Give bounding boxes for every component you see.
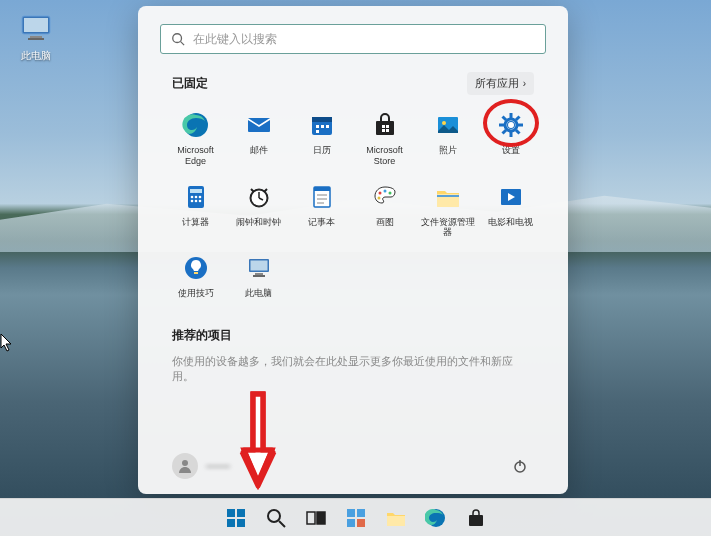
taskview-button[interactable] bbox=[299, 503, 333, 533]
svg-point-50 bbox=[383, 189, 386, 192]
desktop-icon-thispc[interactable]: 此电脑 bbox=[12, 10, 60, 63]
app-tile-mail[interactable]: 邮件 bbox=[227, 105, 290, 173]
settings-icon bbox=[497, 111, 525, 139]
svg-rect-15 bbox=[382, 125, 385, 128]
svg-rect-2 bbox=[30, 36, 42, 38]
taskbar bbox=[0, 498, 711, 536]
edge-button[interactable] bbox=[419, 503, 453, 533]
start-search-box[interactable] bbox=[160, 24, 546, 54]
app-tile-thispc[interactable]: 此电脑 bbox=[227, 248, 290, 305]
photos-icon bbox=[434, 111, 462, 139]
explorer-icon bbox=[434, 183, 462, 211]
svg-rect-54 bbox=[437, 195, 459, 197]
svg-point-35 bbox=[194, 195, 197, 198]
app-tile-explorer[interactable]: 文件资源管理器 bbox=[416, 177, 479, 245]
svg-rect-11 bbox=[321, 125, 324, 128]
alarms-icon bbox=[245, 183, 273, 211]
recommended-section: 推荐的项目 你使用的设备越多，我们就会在此处显示更多你最近使用的文件和新应用。 bbox=[160, 327, 546, 384]
svg-rect-69 bbox=[227, 519, 235, 527]
svg-rect-75 bbox=[347, 509, 355, 517]
svg-rect-22 bbox=[509, 113, 512, 118]
app-label: 画图 bbox=[376, 217, 394, 228]
search-input[interactable] bbox=[193, 32, 535, 46]
app-label: 电影和电视 bbox=[488, 217, 533, 228]
svg-rect-24 bbox=[499, 124, 504, 127]
app-tile-tips[interactable]: 使用技巧 bbox=[164, 248, 227, 305]
thispc-icon bbox=[18, 10, 54, 46]
svg-rect-10 bbox=[316, 125, 319, 128]
search-icon bbox=[171, 32, 185, 46]
svg-rect-60 bbox=[255, 273, 263, 275]
svg-point-52 bbox=[377, 196, 380, 199]
app-label: 设置 bbox=[502, 145, 520, 156]
notepad-icon bbox=[308, 183, 336, 211]
app-label: 使用技巧 bbox=[178, 288, 214, 299]
search-button[interactable] bbox=[259, 503, 293, 533]
power-button[interactable] bbox=[506, 452, 534, 480]
svg-point-38 bbox=[194, 199, 197, 202]
user-avatar-icon bbox=[172, 453, 198, 479]
svg-point-39 bbox=[198, 199, 201, 202]
app-label: 记事本 bbox=[308, 217, 335, 228]
svg-rect-74 bbox=[317, 512, 325, 524]
svg-point-20 bbox=[442, 121, 446, 125]
svg-line-72 bbox=[279, 521, 285, 527]
edge-icon bbox=[182, 111, 210, 139]
app-tile-movies[interactable]: 电影和电视 bbox=[479, 177, 542, 245]
svg-rect-70 bbox=[237, 519, 245, 527]
widgets-button[interactable] bbox=[339, 503, 373, 533]
all-apps-button[interactable]: 所有应用 › bbox=[467, 72, 534, 95]
desktop-icon-label: 此电脑 bbox=[12, 49, 60, 63]
svg-rect-13 bbox=[316, 130, 319, 133]
app-label: 文件资源管理器 bbox=[419, 217, 477, 239]
store-button[interactable] bbox=[459, 503, 493, 533]
svg-rect-68 bbox=[237, 509, 245, 517]
app-label: 此电脑 bbox=[245, 288, 272, 299]
start-footer: —— bbox=[160, 444, 546, 484]
svg-rect-12 bbox=[326, 125, 329, 128]
svg-rect-81 bbox=[469, 515, 483, 526]
app-tile-paint[interactable]: 画图 bbox=[353, 177, 416, 245]
svg-rect-73 bbox=[307, 512, 315, 524]
svg-rect-18 bbox=[386, 129, 389, 132]
app-label: 计算器 bbox=[182, 217, 209, 228]
app-label: Microsoft Store bbox=[356, 145, 414, 167]
desktop-background: 此电脑 已固定 所有应用 › Microsoft Edge邮件日历Microso… bbox=[0, 0, 711, 536]
svg-rect-33 bbox=[190, 189, 202, 193]
app-tile-store[interactable]: Microsoft Store bbox=[353, 105, 416, 173]
svg-rect-7 bbox=[248, 118, 270, 132]
svg-rect-79 bbox=[387, 516, 405, 526]
user-account-button[interactable]: —— bbox=[172, 453, 230, 479]
svg-rect-16 bbox=[386, 125, 389, 128]
app-tile-alarms[interactable]: 闹钟和时钟 bbox=[227, 177, 290, 245]
movies-icon bbox=[497, 183, 525, 211]
chevron-right-icon: › bbox=[523, 78, 526, 89]
svg-rect-57 bbox=[194, 272, 198, 274]
app-tile-calendar[interactable]: 日历 bbox=[290, 105, 353, 173]
app-label: 闹钟和时钟 bbox=[236, 217, 281, 228]
app-tile-photos[interactable]: 照片 bbox=[416, 105, 479, 173]
app-tile-settings[interactable]: 设置 bbox=[479, 105, 542, 173]
store-icon bbox=[371, 111, 399, 139]
tips-icon bbox=[182, 254, 210, 282]
svg-rect-67 bbox=[227, 509, 235, 517]
recommended-title: 推荐的项目 bbox=[172, 327, 534, 344]
app-label: Microsoft Edge bbox=[167, 145, 225, 167]
user-name-label: —— bbox=[206, 459, 230, 473]
recommended-hint: 你使用的设备越多，我们就会在此处显示更多你最近使用的文件和新应用。 bbox=[172, 354, 534, 384]
pinned-apps-grid: Microsoft Edge邮件日历Microsoft Store照片设置计算器… bbox=[160, 105, 546, 305]
app-tile-edge[interactable]: Microsoft Edge bbox=[164, 105, 227, 173]
svg-rect-61 bbox=[253, 275, 265, 277]
svg-point-71 bbox=[268, 510, 280, 522]
start-button[interactable] bbox=[219, 503, 253, 533]
app-tile-calculator[interactable]: 计算器 bbox=[164, 177, 227, 245]
svg-rect-1 bbox=[24, 18, 48, 32]
app-tile-notepad[interactable]: 记事本 bbox=[290, 177, 353, 245]
explorer-button[interactable] bbox=[379, 503, 413, 533]
svg-rect-3 bbox=[28, 38, 44, 40]
thispc-icon bbox=[245, 254, 273, 282]
calendar-icon bbox=[308, 111, 336, 139]
svg-rect-78 bbox=[357, 519, 365, 527]
svg-rect-17 bbox=[382, 129, 385, 132]
svg-point-51 bbox=[388, 191, 391, 194]
